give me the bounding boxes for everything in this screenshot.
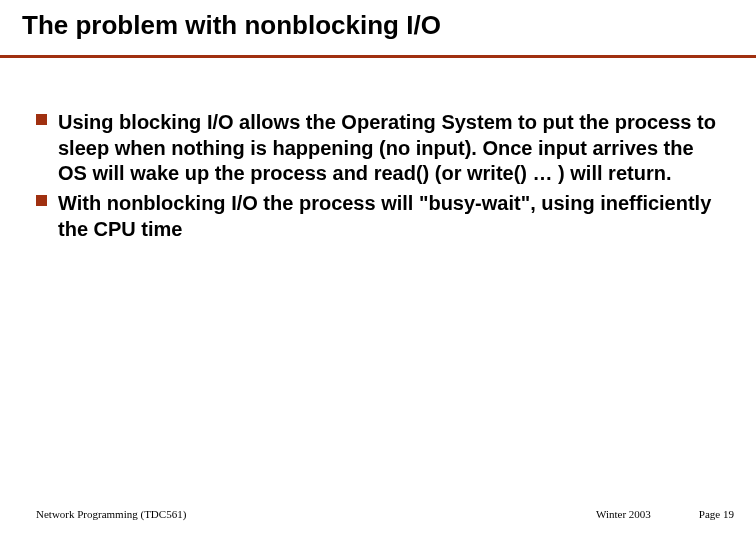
bullet-text: With nonblocking I/O the process will "b… (58, 192, 711, 240)
footer-term: Winter 2003 (596, 508, 651, 520)
footer-page: Page 19 (699, 508, 734, 520)
square-bullet-icon (36, 195, 47, 206)
slide: The problem with nonblocking I/O Using b… (0, 0, 756, 540)
footer: Network Programming (TDC561) Winter 2003… (0, 508, 756, 520)
title-area: The problem with nonblocking I/O (0, 0, 756, 41)
square-bullet-icon (36, 114, 47, 125)
bullet-item: With nonblocking I/O the process will "b… (36, 191, 716, 242)
slide-title: The problem with nonblocking I/O (22, 10, 756, 41)
bullet-text: Using blocking I/O allows the Operating … (58, 111, 716, 184)
bullet-item: Using blocking I/O allows the Operating … (36, 110, 716, 187)
content-area: Using blocking I/O allows the Operating … (0, 58, 756, 242)
footer-course: Network Programming (TDC561) (36, 508, 596, 520)
